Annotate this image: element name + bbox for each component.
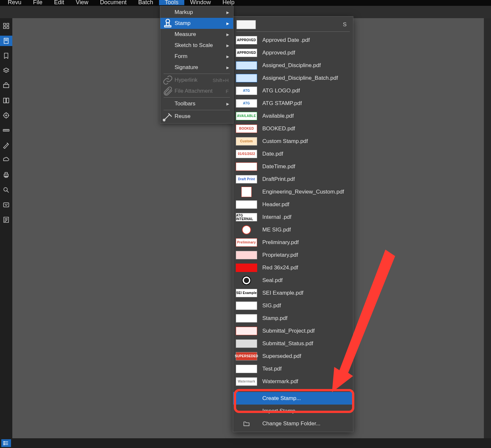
layers-icon[interactable]	[0, 65, 12, 76]
stamp-item[interactable]: ATG INTERNALInternal .pdf	[233, 211, 353, 223]
stamp-item[interactable]: SUPERSEDEDSuperseded.pdf	[233, 350, 353, 362]
stamp-item-label: Approved Date .pdf	[257, 37, 348, 43]
menu-edit[interactable]: Edit	[48, 0, 70, 5]
menu-file[interactable]: File	[27, 0, 48, 5]
stamp-action-change-stamp-folder[interactable]: Change Stamp Folder...	[233, 417, 353, 430]
stamp-item[interactable]: ATGATG LOGO.pdf	[233, 84, 353, 97]
stamp-item-label: Internal .pdf	[257, 214, 348, 220]
stamp-item[interactable]: Seal.pdf	[233, 274, 353, 287]
tools-item-stamp[interactable]: Stamp▸	[160, 18, 233, 29]
stamp-action-import-stamp[interactable]: Import Stamp...	[233, 405, 353, 417]
tools-item-signature[interactable]: Signature▸	[160, 62, 233, 73]
stamp-item[interactable]: SIG.pdf	[233, 299, 353, 312]
markups-list-toggle[interactable]	[1, 439, 11, 447]
tools-item-form[interactable]: Form▸	[160, 51, 233, 62]
stamp-item[interactable]: Submittal_Status.pdf	[233, 337, 353, 350]
paperclip-icon	[162, 86, 173, 97]
stamp-item[interactable]: DateTime.pdf	[233, 160, 353, 173]
menu-separator	[236, 31, 350, 32]
stamp-thumbnail: SUPERSEDED	[236, 352, 257, 360]
tools-item-label: Form	[173, 53, 225, 60]
stamp-thumbnail	[236, 162, 257, 171]
tools-item-toolbars[interactable]: Toolbars▸	[160, 98, 233, 109]
tools-item-markup[interactable]: Markup▸	[160, 7, 233, 18]
stamp-thumbnail: Preliminary	[236, 238, 257, 247]
stamp-action-label: Create Stamp...	[257, 395, 348, 402]
shortcut: Shift+H	[212, 77, 230, 83]
stamp-item[interactable]: SEI ExampleSEI Example.pdf	[233, 287, 353, 299]
sketch-icon[interactable]	[0, 140, 12, 150]
search-icon[interactable]	[0, 185, 12, 195]
menu-window[interactable]: Window	[184, 0, 217, 5]
menu-tools[interactable]: Tools	[159, 0, 184, 5]
file-access-icon[interactable]	[0, 36, 12, 46]
stamp-item[interactable]: BOOKEDBOOKED.pdf	[233, 122, 353, 135]
stamp-thumbnail	[236, 314, 257, 323]
cloud-icon[interactable]	[0, 155, 12, 165]
stamp-item[interactable]: ME SIG.pdf	[233, 223, 353, 236]
stamp-item-label: Available.pdf	[257, 113, 348, 119]
stamp-item[interactable]: Submittal_Project.pdf	[233, 324, 353, 337]
svg-rect-28	[4, 203, 9, 207]
menu-help[interactable]: Help	[217, 0, 240, 5]
stamp-submenu: SAPPROVEDApproved Date .pdfAPPROVEDAppro…	[233, 16, 353, 432]
stamp-thumb-text: 01/01/2022	[238, 152, 255, 156]
chevron-right-icon: ▸	[225, 100, 230, 107]
stamp-item[interactable]: 01/01/2022Date.pdf	[233, 147, 353, 160]
stamp-item-label: DateTime.pdf	[257, 163, 348, 170]
stamp-thumbnail: ATG INTERNAL	[236, 213, 257, 221]
stamp-item[interactable]: Assigned_Discipline_Batch.pdf	[233, 72, 353, 84]
stamp-action-create-stamp[interactable]: Create Stamp...	[233, 392, 353, 405]
measure-icon[interactable]	[0, 125, 12, 136]
svg-point-37	[4, 444, 4, 445]
stamp-item[interactable]: Red 36x24.pdf	[233, 261, 353, 274]
links-icon[interactable]	[0, 200, 12, 210]
print-icon[interactable]	[0, 170, 12, 180]
stamp-item[interactable]: Engineering_Review_Custom.pdf	[233, 185, 353, 198]
stamp-item[interactable]: Stamp.pdf	[233, 312, 353, 324]
stamp-item-label: Watermark.pdf	[257, 378, 348, 385]
right-scrollbar[interactable]	[484, 6, 491, 448]
stamp-item[interactable]: CustomCustom Stamp.pdf	[233, 135, 353, 147]
tools-item-label: Toolbars	[173, 100, 225, 107]
stamp-item[interactable]: Test.pdf	[233, 362, 353, 375]
stamp-header: S	[233, 19, 353, 30]
stamp-item[interactable]: Header.pdf	[233, 198, 353, 211]
stamp-item-label: Date.pdf	[257, 151, 348, 157]
tools-item-reuse[interactable]: Reuse	[160, 111, 233, 122]
stamp-item[interactable]: PreliminaryPreliminary.pdf	[233, 236, 353, 249]
stamp-item-label: Submittal_Status.pdf	[257, 340, 348, 347]
stamp-thumbnail	[236, 251, 257, 259]
stamp-item-label: SIG.pdf	[257, 302, 348, 309]
folder-icon	[236, 419, 257, 428]
stamp-item[interactable]: AVAILABLEAvailable.pdf	[233, 110, 353, 122]
menu-revu[interactable]: Revu	[2, 0, 27, 5]
stamp-item[interactable]: APPROVEDApproved.pdf	[233, 46, 353, 59]
menu-batch[interactable]: Batch	[132, 0, 159, 5]
tools-item-sketch-to-scale[interactable]: Sketch to Scale▸	[160, 40, 233, 51]
stamp-item[interactable]: Proprietary.pdf	[233, 249, 353, 261]
tool-chest-icon[interactable]	[0, 80, 12, 91]
tools-item-label: File Attachment	[173, 88, 226, 94]
stamp-item-label: Engineering_Review_Custom.pdf	[257, 189, 348, 195]
stamp-item[interactable]: Draft PrintDraftPrint.pdf	[233, 173, 353, 185]
stamp-item[interactable]: APPROVEDApproved Date .pdf	[233, 34, 353, 46]
svg-rect-4	[4, 38, 8, 44]
properties-icon[interactable]	[0, 110, 12, 121]
stamp-item[interactable]: WatermarkWatermark.pdf	[233, 375, 353, 388]
chevron-right-icon: ▸	[225, 31, 230, 38]
bookmarks-icon[interactable]	[0, 51, 12, 61]
thumbnails-icon[interactable]	[0, 21, 12, 31]
forms-icon[interactable]	[0, 215, 12, 225]
stamp-thumb-text: ATG INTERNAL	[236, 214, 257, 221]
stamp-item[interactable]: ATGATG STAMP.pdf	[233, 97, 353, 110]
tools-item-measure[interactable]: Measure▸	[160, 29, 233, 40]
menu-view[interactable]: View	[70, 0, 94, 5]
menu-document[interactable]: Document	[94, 0, 132, 5]
stamp-thumbnail	[236, 301, 257, 310]
chevron-right-icon: ▸	[225, 53, 230, 60]
stamp-search-input[interactable]	[236, 20, 256, 29]
stamp-item-label: Submittal_Project.pdf	[257, 328, 348, 334]
stamp-item[interactable]: Assigned_Discipline.pdf	[233, 59, 353, 72]
compare-icon[interactable]	[0, 95, 12, 106]
